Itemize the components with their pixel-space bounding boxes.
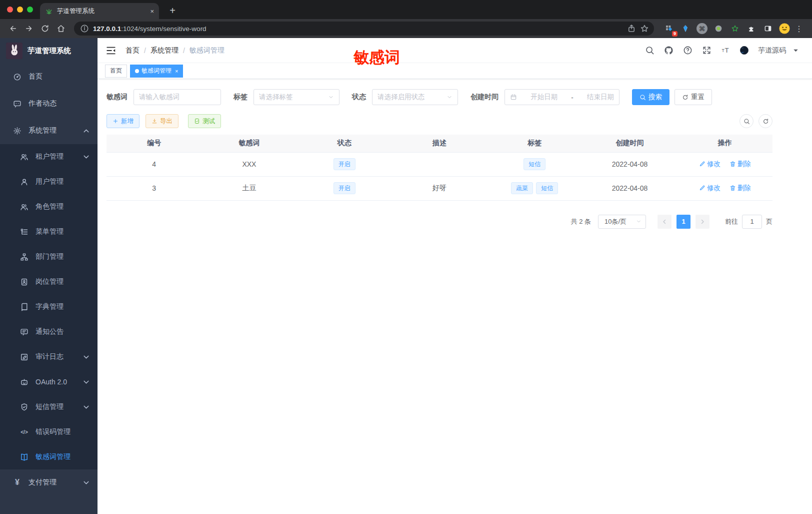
sidebar-item-menu[interactable]: 菜单管理 <box>0 219 98 244</box>
tab-close-icon[interactable]: × <box>150 8 154 15</box>
sidebar-item-system-management[interactable]: 系统管理 <box>0 117 98 144</box>
window-close-button[interactable] <box>7 7 13 13</box>
reload-button[interactable] <box>38 22 52 36</box>
home-button[interactable] <box>54 22 68 36</box>
bookmark-star-icon[interactable] <box>640 24 649 33</box>
col-id: 编号 <box>106 135 202 152</box>
prev-page-button[interactable] <box>658 215 672 229</box>
help-icon[interactable] <box>683 46 692 55</box>
back-button[interactable] <box>6 22 20 36</box>
new-tab-button[interactable]: + <box>165 3 180 18</box>
sidebar-item-tenant[interactable]: 租户管理 <box>0 144 98 169</box>
sidebar-item-sensitive-word[interactable]: 敏感词管理 <box>0 444 98 469</box>
refresh-table-button[interactable] <box>758 114 772 128</box>
sidebar-item-payment[interactable]: ¥ 支付管理 <box>0 469 98 495</box>
delete-link[interactable]: 删除 <box>730 184 751 193</box>
user-avatar[interactable] <box>740 46 748 55</box>
date-end-placeholder: 结束日期 <box>587 93 614 102</box>
fullscreen-icon[interactable] <box>702 46 712 55</box>
cell-word: XXX <box>202 152 296 176</box>
font-size-icon[interactable]: TT <box>721 46 730 55</box>
status-select[interactable]: 请选择启用状态 <box>372 89 458 105</box>
sidebar-item-home[interactable]: 首页 <box>0 63 98 90</box>
tag-badge: 短信 <box>524 158 546 170</box>
app-logo-row[interactable]: 芋道管理系统 <box>0 38 98 63</box>
address-bar[interactable]: 127.0.0.1:1024/system/sensitive-word <box>74 22 654 36</box>
sidebar-item-sms[interactable]: 短信管理 <box>0 394 98 419</box>
cell-actions: 修改 删除 <box>678 152 772 176</box>
forward-button[interactable] <box>22 22 36 36</box>
share-icon[interactable] <box>627 24 636 33</box>
caret-down-icon[interactable] <box>792 46 800 55</box>
date-range-picker[interactable]: 开始日期 - 结束日期 <box>504 89 620 105</box>
sidebar-item-label: 部门管理 <box>36 252 64 261</box>
extension-record-icon[interactable] <box>712 23 724 35</box>
tag-home[interactable]: 首页 <box>105 65 127 78</box>
sidebar-item-notice[interactable]: 通知公告 <box>0 319 98 344</box>
open-book-icon <box>20 453 28 461</box>
edit-link[interactable]: 修改 <box>699 184 720 193</box>
sidebar-item-label: 支付管理 <box>28 478 56 487</box>
app-logo-rabbit <box>6 43 22 59</box>
breadcrumb-separator: / <box>183 47 185 55</box>
extension-grid-icon[interactable]: 9 <box>663 23 675 35</box>
cell-description: 好呀 <box>392 176 487 200</box>
breadcrumb-home[interactable]: 首页 <box>126 46 140 55</box>
sidebar-item-audit-log[interactable]: 审计日志 <box>0 344 98 369</box>
calendar-icon <box>510 94 517 101</box>
site-info-icon[interactable] <box>80 24 89 33</box>
chevron-down-icon <box>636 219 642 224</box>
window-zoom-button[interactable] <box>27 7 33 13</box>
search-button[interactable]: 搜索 <box>632 89 670 105</box>
sidebar-item-error-code[interactable]: </> 错误码管理 <box>0 419 98 444</box>
edit-link[interactable]: 修改 <box>699 160 720 169</box>
sidebar-item-oauth[interactable]: OAuth 2.0 <box>0 369 98 394</box>
tag-select[interactable]: 请选择标签 <box>254 89 340 105</box>
tag-sensitive-word[interactable]: 敏感词管理 × <box>130 65 183 78</box>
user-name[interactable]: 芋道源码 <box>758 46 786 55</box>
sidebar-item-role[interactable]: 角色管理 <box>0 194 98 219</box>
github-icon[interactable] <box>664 46 674 55</box>
home-icon <box>56 24 66 33</box>
breadcrumb-system[interactable]: 系统管理 <box>150 46 178 55</box>
export-button[interactable]: 导出 <box>146 114 178 128</box>
reset-button[interactable]: 重置 <box>674 89 712 105</box>
sidebar-item-post[interactable]: 岗位管理 <box>0 269 98 294</box>
svg-text:T: T <box>722 48 725 53</box>
cell-id: 3 <box>106 176 202 200</box>
puzzle-icon <box>748 25 756 33</box>
extension-command-icon[interactable]: ⌘ <box>696 23 708 35</box>
extensions-puzzle-button[interactable] <box>746 23 758 35</box>
tag-close-icon[interactable]: × <box>175 68 178 74</box>
sidebar-item-author-news[interactable]: 作者动态 <box>0 90 98 117</box>
current-page[interactable]: 1 <box>676 215 690 229</box>
extension-funnel-icon[interactable] <box>680 23 692 35</box>
people-icon <box>20 203 28 211</box>
back-icon <box>8 24 18 33</box>
sidebar-item-user[interactable]: 用户管理 <box>0 169 98 194</box>
cell-status: 开启 <box>297 176 392 200</box>
cell-word: 土豆 <box>202 176 296 200</box>
side-panel-button[interactable] <box>762 23 774 35</box>
browser-menu-button[interactable]: ⋮ <box>795 24 802 34</box>
toggle-search-button[interactable] <box>740 114 754 128</box>
sidebar-item-label: 用户管理 <box>36 177 64 186</box>
sidebar-item-label: 字典管理 <box>36 302 64 311</box>
add-button[interactable]: 新增 <box>106 114 140 128</box>
delete-link[interactable]: 删除 <box>730 160 751 169</box>
dashboard-icon <box>13 73 22 81</box>
browser-profile-avatar[interactable] <box>778 23 790 35</box>
browser-tab[interactable]: 芋道管理系统 × <box>40 3 159 19</box>
goto-page-input[interactable] <box>742 215 762 229</box>
keyword-input[interactable]: 请输入敏感词 <box>134 89 221 105</box>
test-button[interactable]: 测试 <box>188 114 221 128</box>
sidebar-item-dict[interactable]: 字典管理 <box>0 294 98 319</box>
sidebar-item-dept[interactable]: 部门管理 <box>0 244 98 269</box>
sidebar-collapse-button[interactable] <box>106 45 116 56</box>
message-icon <box>13 100 22 108</box>
page-size-select[interactable]: 10条/页 <box>598 215 646 229</box>
header-search-icon[interactable] <box>645 46 654 55</box>
next-page-button[interactable] <box>696 215 710 229</box>
extension-star-icon[interactable] <box>729 23 741 35</box>
window-minimize-button[interactable] <box>17 7 23 13</box>
